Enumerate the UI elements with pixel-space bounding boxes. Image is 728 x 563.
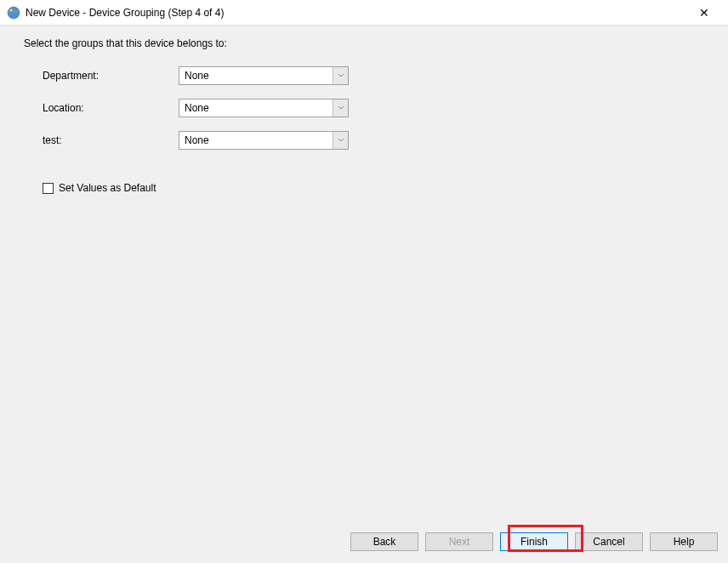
default-checkbox-label: Set Values as Default — [59, 182, 156, 194]
titlebar: New Device - Device Grouping (Step 4 of … — [0, 0, 728, 26]
field-row-test: test: None — [24, 131, 704, 150]
combo-location[interactable]: None — [179, 99, 349, 117]
label-location: Location: — [43, 102, 179, 114]
label-department: Department: — [43, 70, 179, 82]
help-button[interactable]: Help — [650, 532, 718, 551]
chevron-down-icon — [338, 137, 344, 144]
window-title: New Device - Device Grouping (Step 4 of … — [26, 7, 687, 19]
combo-department[interactable]: None — [179, 66, 349, 85]
combo-test-button[interactable] — [333, 132, 348, 149]
close-icon: ✕ — [699, 7, 709, 19]
chevron-down-icon — [338, 105, 344, 111]
chevron-down-icon — [338, 72, 344, 79]
combo-location-button[interactable] — [333, 100, 348, 117]
cancel-button[interactable]: Cancel — [575, 532, 643, 551]
content-area: Select the groups that this device belon… — [0, 26, 728, 206]
combo-location-value: None — [179, 102, 333, 114]
next-button: Next — [425, 532, 493, 551]
svg-point-1 — [10, 9, 13, 11]
finish-button[interactable]: Finish — [500, 532, 568, 551]
button-bar: Back Next Finish Cancel Help — [350, 532, 718, 551]
combo-test[interactable]: None — [179, 131, 349, 150]
close-button[interactable]: ✕ — [687, 1, 721, 25]
default-checkbox[interactable] — [43, 183, 54, 194]
label-test: test: — [43, 134, 179, 146]
default-checkbox-row: Set Values as Default — [24, 182, 704, 194]
back-button[interactable]: Back — [350, 532, 418, 551]
combo-department-button[interactable] — [333, 67, 348, 84]
field-row-location: Location: None — [24, 99, 704, 117]
combo-department-value: None — [179, 70, 333, 82]
field-row-department: Department: None — [24, 66, 704, 85]
app-icon — [7, 6, 20, 20]
instruction-text: Select the groups that this device belon… — [24, 37, 704, 49]
combo-test-value: None — [179, 134, 333, 146]
